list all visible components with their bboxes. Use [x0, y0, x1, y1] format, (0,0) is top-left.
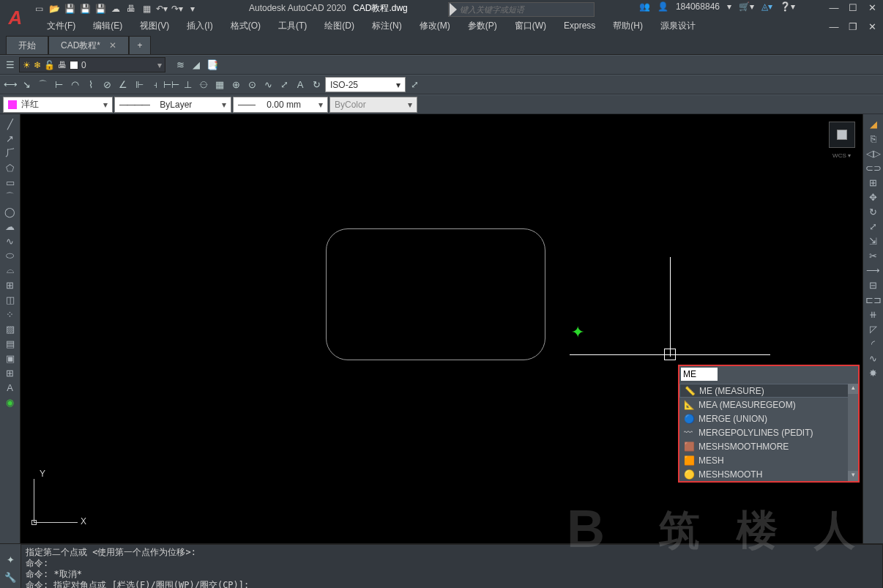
lineweight-dropdown[interactable]: —— 0.00 mm▾ [233, 97, 328, 113]
app-icon[interactable]: ◬▾ [761, 1, 772, 12]
close-button[interactable]: ✕ [865, 1, 879, 13]
menu-format[interactable]: 格式(O) [222, 18, 269, 34]
join-icon[interactable]: ⧺ [865, 308, 882, 321]
dim-break-icon[interactable]: ⦵ [196, 78, 211, 92]
menu-modify[interactable]: 修改(M) [411, 18, 459, 34]
layer-match-icon[interactable]: ≋ [173, 58, 187, 72]
linetype-dropdown[interactable]: ———— ByLayer▾ [114, 97, 231, 113]
layer-props-icon[interactable]: ☰ [3, 58, 18, 72]
menu-edit[interactable]: 编辑(E) [84, 18, 131, 34]
color-dropdown[interactable]: 洋红▾ [3, 97, 113, 113]
offset-icon[interactable]: ⊂⊃ [865, 161, 882, 174]
erase-icon[interactable]: ◢ [865, 117, 882, 130]
qat-cloud-icon[interactable]: ☁ [109, 2, 122, 15]
fillet-icon[interactable]: ◜ [865, 337, 882, 350]
drawn-rounded-rectangle[interactable] [326, 228, 545, 360]
dim-center-icon[interactable]: ⊕ [228, 78, 243, 92]
dim-linear-icon[interactable]: ⟷ [3, 78, 18, 92]
qat-save-icon[interactable]: 💾 [63, 2, 76, 15]
command-history[interactable]: 指定第二个点或 <使用第一个点作为位移>: 命令: 命令: *取消* 命令: 指… [21, 544, 883, 588]
username[interactable]: 184068846 [676, 1, 720, 12]
viewcube-wcs-label[interactable]: WCS ▾ [832, 152, 851, 159]
signin-icon[interactable]: 👥 [639, 1, 650, 12]
spline-icon[interactable]: ∿ [2, 234, 18, 248]
revcloud-icon[interactable]: ☁ [2, 220, 18, 233]
dim-ordinate-icon[interactable]: ⊢ [51, 78, 66, 92]
dim-update-icon[interactable]: ↻ [309, 78, 324, 92]
autocomplete-item[interactable]: 🟫MESHSMOOTHMORE [679, 439, 858, 453]
break-icon[interactable]: ⊏⊐ [865, 293, 882, 306]
tab-active-file[interactable]: CAD教程* ✕ [48, 36, 129, 54]
menu-tools[interactable]: 工具(T) [269, 18, 316, 34]
qat-print-icon[interactable]: 🖶 [124, 2, 138, 15]
mirror-icon[interactable]: ◁▷ [865, 146, 882, 160]
menu-parametric[interactable]: 参数(P) [459, 18, 506, 34]
autocomplete-scrollbar[interactable]: ▴ ▾ [848, 384, 858, 481]
doc-restore-button[interactable]: ❐ [846, 21, 860, 32]
add-selected-icon[interactable]: ◉ [2, 395, 18, 409]
blend-icon[interactable]: ∿ [865, 351, 882, 365]
qat-saveas-icon[interactable]: 💾 [78, 2, 92, 15]
dim-inspect-icon[interactable]: ⊙ [245, 78, 259, 92]
layer-dropdown[interactable]: ☀ ❄ 🔓 🖶 0 ▾ [19, 57, 165, 72]
line-icon[interactable]: ╱ [2, 117, 18, 130]
qat-new-icon[interactable]: ▭ [32, 2, 45, 15]
user-icon[interactable]: 👤 [657, 1, 668, 12]
ellipse-arc-icon[interactable]: ⌓ [2, 264, 18, 277]
extend-icon[interactable]: ⟶ [865, 264, 882, 277]
mtext-icon[interactable]: A [2, 381, 18, 394]
dynamic-input[interactable] [681, 368, 718, 381]
dimstyle-manager-icon[interactable]: ⤢ [407, 78, 422, 92]
stretch-icon[interactable]: ⇲ [865, 234, 882, 248]
circle-icon[interactable]: ◯ [2, 205, 18, 218]
dim-continue-icon[interactable]: ⊢⊢ [164, 78, 179, 92]
scroll-up-icon[interactable]: ▴ [848, 384, 858, 394]
qat-plot-icon[interactable]: ▦ [140, 2, 153, 15]
search-input[interactable] [457, 5, 594, 14]
menu-view[interactable]: 视图(V) [131, 18, 178, 34]
autocomplete-item[interactable]: 🟧MESH [679, 453, 858, 467]
scroll-down-icon[interactable]: ▾ [848, 471, 858, 481]
menu-file[interactable]: 文件(F) [38, 18, 84, 34]
cmd-recent-icon[interactable]: ✦ [3, 553, 18, 567]
drawing-canvas[interactable]: ✦ WCS ▾ YX 📏ME (MEASURE) 📐MEA (MEASUREGE… [21, 114, 862, 543]
region-icon[interactable]: ▣ [2, 351, 18, 365]
help-icon[interactable]: ❔▾ [780, 1, 795, 12]
point-icon[interactable]: ⁘ [2, 308, 18, 321]
autocomplete-item[interactable]: 〰MERGEPOLYLINES (PEDIT) [679, 425, 858, 439]
gradient-icon[interactable]: ▤ [2, 337, 18, 350]
chamfer-icon[interactable]: ◸ [865, 322, 882, 335]
layer-prev-icon[interactable]: ◢ [189, 58, 204, 72]
trim-icon[interactable]: ✂ [865, 249, 882, 262]
menu-express[interactable]: Express [555, 19, 604, 32]
dim-arc-icon[interactable]: ⌒ [35, 78, 50, 92]
view-cube[interactable] [829, 122, 855, 148]
tab-start[interactable]: 开始 [6, 36, 48, 54]
rectangle-icon[interactable]: ▭ [2, 176, 18, 189]
dim-space-icon[interactable]: ⊥ [180, 78, 195, 92]
move-icon[interactable]: ✥ [865, 190, 882, 204]
dim-aligned-icon[interactable]: ↘ [19, 78, 34, 92]
dim-textedit-icon[interactable]: A [293, 78, 308, 92]
doc-close-button[interactable]: ✕ [865, 21, 879, 32]
dimstyle-dropdown[interactable]: ISO-25▾ [325, 77, 406, 92]
cart-icon[interactable]: 🛒▾ [739, 1, 754, 12]
array-icon[interactable]: ⊞ [865, 176, 882, 189]
qat-undo-icon[interactable]: ↶▾ [155, 2, 168, 15]
dim-tolerance-icon[interactable]: ▦ [212, 78, 227, 92]
ellipse-icon[interactable]: ⬭ [2, 249, 18, 262]
doc-minimize-button[interactable]: — [827, 21, 841, 32]
insert-block-icon[interactable]: ⊞ [2, 278, 18, 291]
menu-yuanquan[interactable]: 源泉设计 [652, 18, 704, 34]
qat-saveall-icon[interactable]: 💾 [94, 2, 107, 15]
tab-close-icon[interactable]: ✕ [109, 40, 116, 51]
dim-quick-icon[interactable]: ⊩ [132, 78, 146, 92]
explode-icon[interactable]: ✸ [865, 366, 882, 379]
dim-diameter-icon[interactable]: ⊘ [100, 78, 114, 92]
maximize-button[interactable]: ☐ [846, 1, 860, 13]
arc-icon[interactable]: ⌒ [2, 190, 18, 204]
copy-icon[interactable]: ⎘ [865, 132, 882, 145]
rotate-icon[interactable]: ↻ [865, 205, 882, 218]
cmd-tools-icon[interactable]: 🔧 [3, 570, 18, 585]
polygon-icon[interactable]: ⬠ [2, 161, 18, 174]
